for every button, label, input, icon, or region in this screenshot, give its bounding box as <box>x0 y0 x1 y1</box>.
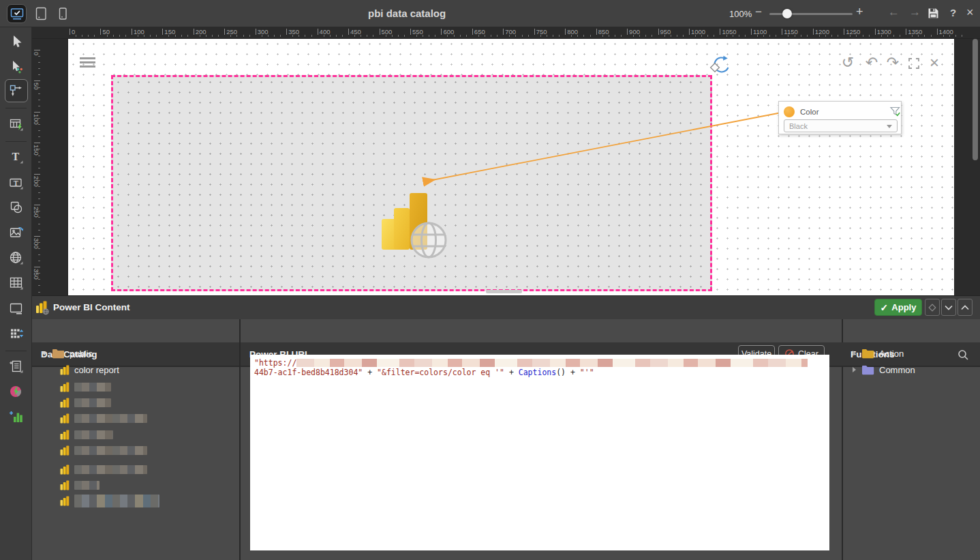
ruler-minor-tick <box>354 35 355 37</box>
ruler-tick-label: 850 <box>598 28 609 35</box>
tree-item-redacted[interactable] <box>60 411 147 426</box>
ruler-minor-tick <box>788 35 788 37</box>
code-token: + <box>367 368 377 377</box>
phone-icon <box>55 6 70 21</box>
redo-icon[interactable]: ↷ <box>884 55 902 70</box>
zoom-slider-thumb[interactable] <box>782 9 792 18</box>
ruler-minor-tick <box>38 62 40 63</box>
ruler-tick-label: 350 <box>288 28 299 35</box>
url-code-editor[interactable]: "https:// 44b7-ac1f-bed8b418d304" + "&fi… <box>250 355 829 550</box>
data-catalog-tree: publiccolor report <box>32 344 239 560</box>
close-window-button[interactable]: × <box>966 5 974 20</box>
ruler-minor-tick <box>621 35 622 37</box>
design-canvas[interactable]: ↺ ↶ ↷ × Color Black <box>68 39 954 295</box>
power-bi-url-panel: Power BI URL Validate Clear "https:// 44… <box>241 319 842 560</box>
ruler-minor-tick <box>168 35 169 37</box>
ruler-major-tick <box>34 80 40 81</box>
device-tab-phone[interactable] <box>52 4 72 23</box>
power-bi-report-icon <box>60 382 70 392</box>
redacted-item-label <box>74 414 147 423</box>
collapse-panel-button[interactable] <box>941 299 956 316</box>
ruler-minor-tick <box>38 224 40 224</box>
power-bi-report-icon <box>60 365 70 375</box>
text-box-tool[interactable]: T <box>7 173 26 192</box>
tree-item-redacted[interactable] <box>60 493 159 508</box>
canvas-vertical-scrollbar[interactable] <box>973 39 978 160</box>
toolbar-divider <box>5 108 27 108</box>
ruler-minor-tick <box>38 198 40 199</box>
ruler-minor-tick <box>336 35 337 37</box>
web-tool[interactable] <box>7 248 26 267</box>
functions-group-action[interactable]: Action <box>853 346 904 361</box>
app-window: pbi data catalog 100% − + ← → ? × TT 050… <box>0 0 980 560</box>
connector-tool[interactable] <box>5 79 28 102</box>
bar-chart-tool[interactable] <box>7 407 26 426</box>
device-tab-tablet[interactable] <box>31 4 50 23</box>
canvas-menu-icon[interactable] <box>80 57 95 68</box>
close-canvas-icon[interactable]: × <box>925 55 943 70</box>
ruler-minor-tick <box>292 35 293 37</box>
zoom-out-button[interactable]: − <box>755 5 762 19</box>
power-bi-logo[interactable] <box>380 191 448 259</box>
forward-button[interactable]: → <box>909 5 921 19</box>
form-tool[interactable] <box>7 357 26 376</box>
apply-button[interactable]: ✓ Apply <box>874 299 922 316</box>
tree-item-redacted[interactable] <box>60 427 113 442</box>
tree-item-redacted[interactable] <box>60 395 111 410</box>
ruler-minor-tick <box>795 35 795 37</box>
undo-icon[interactable]: ↶ <box>863 55 881 70</box>
color-value-dropdown[interactable]: Black <box>784 119 898 132</box>
ruler-minor-tick <box>509 35 510 37</box>
chevron-down-icon <box>945 305 953 310</box>
functions-group-common[interactable]: Common <box>853 362 915 377</box>
ruler-minor-tick <box>739 35 739 37</box>
ruler-minor-tick <box>745 35 746 37</box>
tree-expander-collapsed-icon[interactable] <box>853 351 856 356</box>
ruler-minor-tick <box>38 279 40 280</box>
canvas-horizontal-scrollbar[interactable] <box>486 290 522 293</box>
screen-tool[interactable] <box>7 299 26 318</box>
ruler-minor-tick <box>962 35 962 37</box>
device-tab-desktop[interactable] <box>7 4 27 23</box>
diamond-button[interactable] <box>925 299 940 316</box>
tree-expander-expanded-icon[interactable] <box>42 352 47 355</box>
ruler-tick-label: 600 <box>443 28 454 35</box>
tree-expander-collapsed-icon[interactable] <box>853 367 856 372</box>
ruler-minor-tick <box>416 35 417 37</box>
data-table-tool[interactable] <box>7 115 26 134</box>
multi-select-tool[interactable] <box>7 57 26 76</box>
ruler-tick-label: 500 <box>382 28 393 35</box>
tree-item-redacted[interactable] <box>60 379 111 394</box>
color-dropdown-widget[interactable]: Color Black <box>778 101 902 134</box>
table-grid-tool[interactable] <box>7 274 26 293</box>
tree-item-redacted[interactable] <box>60 443 147 458</box>
tree-item-redacted[interactable] <box>60 477 99 492</box>
tree-item-color-report[interactable]: color report <box>60 362 119 377</box>
reset-view-icon[interactable]: ↺ <box>839 55 857 70</box>
folder-icon <box>861 349 874 359</box>
chevron-up-icon <box>961 305 969 310</box>
zoom-in-button[interactable]: + <box>856 5 863 19</box>
image-tool[interactable] <box>7 223 26 242</box>
save-button[interactable] <box>927 7 940 20</box>
ruler-minor-tick <box>664 35 665 37</box>
shapes-tool[interactable] <box>7 198 26 217</box>
help-button[interactable]: ? <box>950 7 956 18</box>
ruler-minor-tick <box>38 211 40 211</box>
filter-check-icon[interactable] <box>889 106 901 117</box>
connection-anchor-dot[interactable] <box>784 106 795 117</box>
modules-tool[interactable] <box>7 324 26 343</box>
text-tool[interactable]: T <box>7 147 26 166</box>
back-button[interactable]: ← <box>888 5 900 19</box>
save-icon <box>927 7 940 20</box>
ruler-tick-label: 350 <box>33 269 40 280</box>
expand-panel-button[interactable] <box>958 299 973 316</box>
fullscreen-icon[interactable] <box>907 57 921 70</box>
pie-chart-tool[interactable] <box>7 382 26 401</box>
rotate-handle-icon[interactable] <box>709 53 733 78</box>
connector-tool-icon <box>8 83 25 99</box>
select-tool[interactable] <box>7 32 26 51</box>
tree-item-redacted[interactable] <box>60 462 147 477</box>
tree-item-public[interactable]: public <box>42 346 93 361</box>
horizontal-ruler: 0501001502002503003504004505005506006507… <box>32 27 980 39</box>
